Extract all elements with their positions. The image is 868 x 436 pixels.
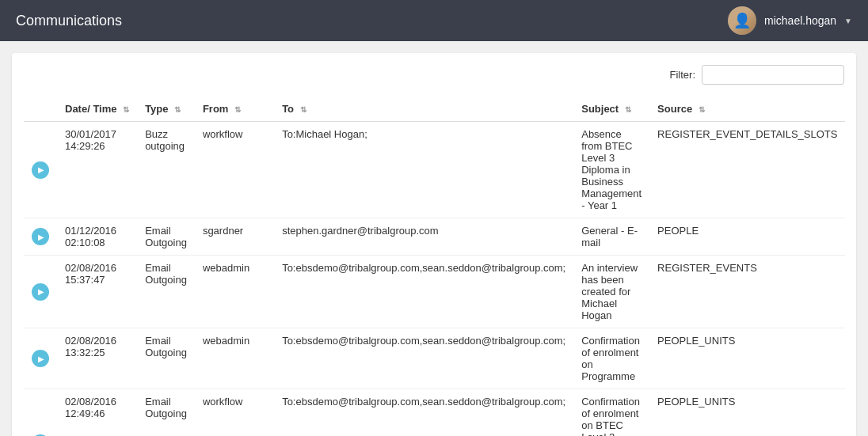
- cell-from: workflow: [195, 122, 274, 218]
- play-button[interactable]: ▶: [32, 161, 49, 179]
- cell-datetime: 30/01/2017 14:29:26: [57, 122, 137, 218]
- cell-datetime: 02/08/2016 13:32:25: [57, 328, 137, 389]
- filter-row: Filter:: [24, 65, 844, 85]
- cell-from: workflow: [195, 389, 274, 437]
- table-row: ▶01/12/2016 02:10:08Email Outgoingsgardn…: [24, 218, 845, 256]
- table-row: ▶02/08/2016 13:32:25Email Outgoingwebadm…: [24, 328, 845, 389]
- user-menu-caret: ▼: [844, 17, 852, 25]
- cell-from: webadmin: [195, 328, 274, 389]
- cell-type: Buzz outgoing: [137, 122, 195, 218]
- col-datetime[interactable]: Date/ Time ⇅: [57, 97, 137, 122]
- table-row: ▶02/08/2016 12:49:46Email Outgoingworkfl…: [24, 389, 845, 437]
- col-source[interactable]: Source ⇅: [649, 97, 845, 122]
- cell-from: webadmin: [195, 256, 274, 328]
- sort-arrow-from: ⇅: [234, 105, 241, 114]
- play-button[interactable]: ▶: [32, 228, 49, 245]
- cell-source: PEOPLE_UNITS: [649, 328, 845, 389]
- cell-to: To:Michael Hogan;: [274, 122, 573, 218]
- cell-type: Email Outgoing: [137, 328, 195, 389]
- user-menu[interactable]: 👤 michael.hogan ▼: [728, 6, 852, 35]
- cell-subject: An interview has been created for Michae…: [573, 256, 649, 328]
- main-content: Filter: Date/ Time ⇅ Type ⇅ From ⇅ To ⇅ …: [12, 53, 856, 436]
- sort-arrow-subject: ⇅: [625, 105, 631, 114]
- play-button[interactable]: ▶: [32, 350, 49, 367]
- cell-type: Email Outgoing: [137, 218, 195, 256]
- col-to[interactable]: To ⇅: [274, 97, 573, 122]
- cell-source: PEOPLE_UNITS: [649, 389, 845, 437]
- cell-source: REGISTER_EVENT_DETAILS_SLOTS: [649, 122, 845, 218]
- avatar-image: 👤: [728, 6, 756, 35]
- col-type[interactable]: Type ⇅: [137, 97, 195, 122]
- header: Communications 👤 michael.hogan ▼: [0, 0, 868, 41]
- sort-arrow-to: ⇅: [300, 105, 306, 114]
- table-row: ▶30/01/2017 14:29:26Buzz outgoingworkflo…: [24, 122, 845, 218]
- communications-table: Date/ Time ⇅ Type ⇅ From ⇅ To ⇅ Subject …: [24, 97, 845, 436]
- cell-type: Email Outgoing: [137, 389, 195, 437]
- cell-subject: Confirmation of enrolment on BTEC Level …: [573, 389, 649, 437]
- play-button[interactable]: ▶: [32, 283, 49, 301]
- col-from[interactable]: From ⇅: [195, 97, 274, 122]
- cell-datetime: 01/12/2016 02:10:08: [57, 218, 137, 256]
- app-title: Communications: [16, 13, 122, 29]
- sort-arrow-type: ⇅: [174, 105, 181, 114]
- avatar: 👤: [728, 6, 756, 35]
- cell-source: PEOPLE: [649, 218, 845, 256]
- cell-subject: General - E-mail: [573, 218, 649, 256]
- table-row: ▶02/08/2016 15:37:47Email Outgoingwebadm…: [24, 256, 845, 328]
- cell-subject: Confirmation of enrolment on Programme: [573, 328, 649, 389]
- username-label: michael.hogan: [764, 14, 836, 27]
- cell-from: sgardner: [195, 218, 274, 256]
- cell-type: Email Outgoing: [137, 256, 195, 328]
- cell-to: To:ebsdemo@tribalgroup.com,sean.seddon@t…: [274, 389, 573, 437]
- cell-source: REGISTER_EVENTS: [649, 256, 845, 328]
- cell-to: To:ebsdemo@tribalgroup.com,sean.seddon@t…: [274, 256, 573, 328]
- col-subject[interactable]: Subject ⇅: [573, 97, 649, 122]
- filter-input[interactable]: [702, 65, 844, 85]
- play-col-header: [24, 97, 57, 122]
- cell-to: stephen.gardner@tribalgroup.com: [274, 218, 573, 256]
- table-header-row: Date/ Time ⇅ Type ⇅ From ⇅ To ⇅ Subject …: [24, 97, 845, 122]
- cell-datetime: 02/08/2016 15:37:47: [57, 256, 137, 328]
- cell-datetime: 02/08/2016 12:49:46: [57, 389, 137, 437]
- sort-arrow-datetime: ⇅: [123, 105, 129, 114]
- cell-to: To:ebsdemo@tribalgroup.com,sean.seddon@t…: [274, 328, 573, 389]
- sort-arrow-source: ⇅: [699, 105, 705, 114]
- cell-subject: Absence from BTEC Level 3 Diploma in Bus…: [573, 122, 649, 218]
- filter-label: Filter:: [670, 69, 696, 81]
